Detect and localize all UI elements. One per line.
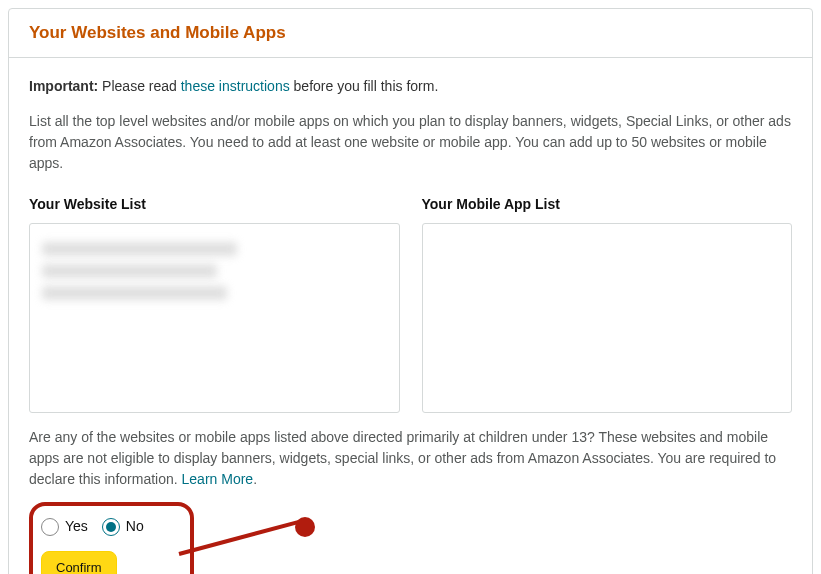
confirm-button[interactable]: Confirm [41, 551, 117, 574]
radio-no[interactable]: No [102, 516, 144, 537]
radio-circle-selected-icon [102, 518, 120, 536]
radio-yes-label: Yes [65, 516, 88, 537]
website-list-box[interactable] [29, 223, 400, 413]
radio-no-label: No [126, 516, 144, 537]
important-label: Important: [29, 78, 98, 94]
radio-yes[interactable]: Yes [41, 516, 88, 537]
list-item [42, 286, 227, 300]
question-text: Are any of the websites or mobile apps l… [29, 429, 776, 487]
question-period: . [253, 471, 257, 487]
lists-container: Your Website List Your Mobile App List [29, 194, 792, 413]
list-item [42, 242, 237, 256]
mobile-app-list-box[interactable] [422, 223, 793, 413]
mobile-app-list-title: Your Mobile App List [422, 194, 793, 215]
learn-more-link[interactable]: Learn More [182, 471, 254, 487]
radio-circle-icon [41, 518, 59, 536]
radio-group: Yes No [37, 510, 148, 551]
list-item [42, 264, 217, 278]
description-text: List all the top level websites and/or m… [29, 111, 792, 174]
intro-suffix: before you fill this form. [290, 78, 439, 94]
panel-header: Your Websites and Mobile Apps [9, 9, 812, 58]
panel-body: Important: Please read these instruction… [9, 58, 812, 574]
mobile-app-list-column: Your Mobile App List [422, 194, 793, 413]
website-list-title: Your Website List [29, 194, 400, 215]
instructions-link[interactable]: these instructions [181, 78, 290, 94]
children-under-13-question: Are any of the websites or mobile apps l… [29, 427, 792, 490]
panel-title: Your Websites and Mobile Apps [29, 23, 792, 43]
intro-prefix: Please read [98, 78, 181, 94]
annotation-line [178, 518, 305, 556]
website-list-column: Your Website List [29, 194, 400, 413]
annotation-dot [295, 517, 315, 537]
websites-mobile-apps-panel: Your Websites and Mobile Apps Important:… [8, 8, 813, 574]
annotation-highlight: Yes No Confirm [29, 502, 194, 574]
intro-text: Important: Please read these instruction… [29, 76, 792, 97]
